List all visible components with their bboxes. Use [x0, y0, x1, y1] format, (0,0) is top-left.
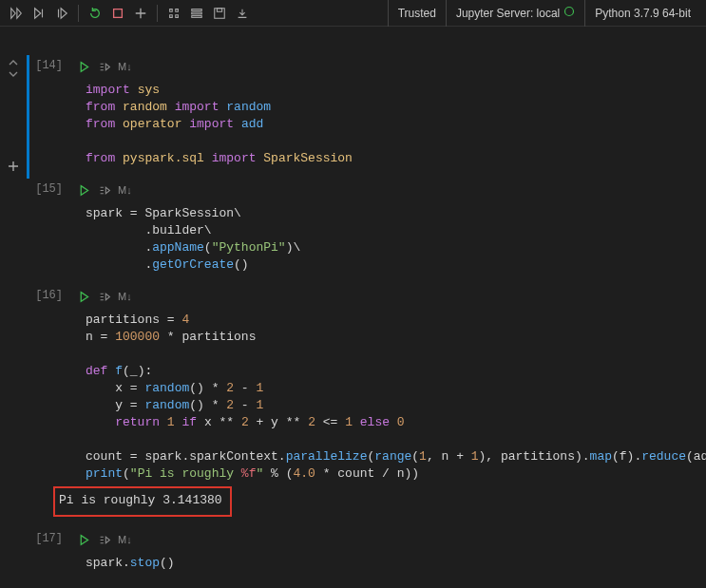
run-cell-icon[interactable]: [74, 180, 93, 199]
kernel-status[interactable]: Python 3.7.9 64-bit: [584, 0, 700, 27]
insert-cell-icon[interactable]: [5, 158, 22, 175]
run-cell-icon[interactable]: [74, 530, 93, 549]
chevron-up-icon[interactable]: [5, 57, 22, 68]
svg-rect-1: [192, 9, 202, 10]
outline-icon[interactable]: [186, 3, 207, 24]
cell-toolbar: M↓: [67, 55, 706, 78]
run-by-line-icon[interactable]: [95, 57, 114, 76]
code-cell[interactable]: [17] M↓ spark.stop(): [0, 528, 706, 583]
active-cell-indicator: [27, 55, 29, 179]
cell-toolbar: M↓: [67, 179, 706, 201]
code-editor[interactable]: spark = SparkSession\ .builder\ .appName…: [67, 201, 706, 281]
cell-prompt: [17]: [27, 528, 67, 583]
code-cell[interactable]: [14] M↓ import sys from random import ra…: [0, 55, 706, 179]
code-editor[interactable]: spark.stop(): [67, 551, 706, 579]
run-below-icon[interactable]: [51, 3, 72, 24]
cell-toolbar: M↓: [67, 528, 706, 551]
markdown-toggle[interactable]: M↓: [118, 534, 132, 545]
code-editor[interactable]: import sys from random import random fro…: [67, 78, 706, 175]
cell-prompt: [15]: [27, 179, 67, 285]
trusted-status[interactable]: Trusted: [388, 0, 446, 27]
add-cell-icon[interactable]: [130, 3, 151, 24]
cell-output: Pi is roughly 3.141380: [53, 486, 232, 517]
svg-rect-5: [217, 8, 221, 11]
kernel-label: Python 3.7.9 64-bit: [595, 7, 691, 20]
run-all-icon[interactable]: [6, 3, 27, 24]
markdown-toggle[interactable]: M↓: [118, 61, 132, 72]
server-label: Jupyter Server: local: [456, 7, 560, 20]
run-by-line-icon[interactable]: [95, 287, 114, 306]
variables-icon[interactable]: [163, 3, 184, 24]
notebook-body: [14] M↓ import sys from random import ra…: [0, 27, 706, 583]
run-cell-icon[interactable]: [74, 57, 93, 76]
cell-prompt: [14]: [27, 55, 67, 179]
server-ok-icon: [563, 6, 575, 20]
run-by-line-icon[interactable]: [95, 530, 114, 549]
server-status[interactable]: Jupyter Server: local: [446, 0, 584, 27]
svg-rect-3: [192, 15, 202, 17]
code-editor[interactable]: partitions = 4 n = 100000 * partitions d…: [67, 308, 706, 490]
export-icon[interactable]: [232, 3, 253, 24]
save-icon[interactable]: [209, 3, 230, 24]
svg-rect-4: [215, 8, 225, 18]
markdown-toggle[interactable]: M↓: [118, 184, 132, 196]
svg-point-6: [565, 8, 574, 16]
run-above-icon[interactable]: [29, 3, 49, 24]
run-by-line-icon[interactable]: [95, 180, 114, 199]
run-cell-icon[interactable]: [74, 287, 93, 306]
chevron-down-icon[interactable]: [5, 68, 22, 80]
svg-rect-2: [192, 12, 202, 14]
cell-toolbar: M↓: [67, 285, 706, 308]
code-cell[interactable]: [15] M↓ spark = SparkSession\ .builder\ …: [0, 179, 706, 285]
restart-kernel-icon[interactable]: [85, 3, 105, 24]
interrupt-kernel-icon[interactable]: [107, 3, 128, 24]
trusted-label: Trusted: [398, 7, 436, 20]
svg-rect-0: [114, 9, 123, 17]
notebook-toolbar: Trusted Jupyter Server: local Python 3.7…: [0, 0, 706, 27]
markdown-toggle[interactable]: M↓: [118, 291, 132, 302]
code-cell[interactable]: [16] M↓ partitions = 4 n = 100000 * part…: [0, 285, 706, 528]
